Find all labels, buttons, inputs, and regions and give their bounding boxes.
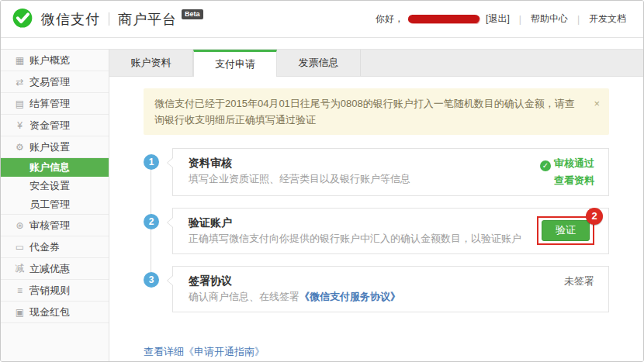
sidebar-item-marketing-rules[interactable]: ≡ 营销规则 — [1, 280, 109, 302]
tab-content: 微信支付已经于2015年04月01日往尾号为0808的银行账户打入一笔随机数目的… — [109, 77, 643, 361]
sidebar-item-account-overview[interactable]: ▦ 账户概览 — [1, 50, 109, 71]
sidebar-item-label: 营销规则 — [29, 284, 70, 298]
sidebar-item-label: 资金管理 — [29, 119, 70, 133]
settlement-icon: ▤ — [14, 98, 26, 109]
sidebar-item-label: 审核管理 — [29, 219, 70, 233]
step-sign-agreement: 3 签署协议 确认商户信息、在线签署《微信支付服务协议》 未签署 — [144, 266, 609, 312]
step-3-circle: 3 — [144, 272, 159, 288]
wechat-pay-logo — [10, 8, 35, 31]
dev-docs-link[interactable]: 开发文档 — [589, 12, 626, 26]
application-guide-link[interactable]: 查看详细《申请开通指南》 — [144, 345, 265, 359]
sidebar-item-settlement[interactable]: ▤ 结算管理 — [1, 93, 109, 115]
sidebar-settings-subgroup: 账户信息 安全设置 员工管理 — [1, 158, 109, 215]
sidebar-item-account-info[interactable]: 账户信息 — [1, 158, 109, 177]
step-2-description: 正确填写微信支付向你提供的银行账户中汇入的确认金额数目，以验证账户 — [189, 231, 528, 247]
status-approved: ✓审核通过 — [540, 155, 594, 171]
header-divider: | — [519, 14, 521, 25]
help-center-link[interactable]: 帮助中心 — [531, 12, 568, 26]
sidebar-nav: ▦ 账户概览 ⇄ 交易管理 ▤ 结算管理 ¥ 资金管理 ⚙ 账户设置 账户信息 — [1, 50, 109, 361]
service-agreement-link[interactable]: 《微信支付服务协议》 — [299, 291, 400, 302]
step-3-title: 签署协议 — [189, 273, 555, 289]
step-1-title: 资料审核 — [189, 155, 531, 171]
step-1-card: 资料审核 填写企业资质证照、经营类目以及银行账户等信息 ✓审核通过 查看资料 — [172, 148, 609, 196]
step-1-description: 填写企业资质证照、经营类目以及银行账户等信息 — [189, 171, 531, 187]
audit-star-icon: ⊛ — [14, 220, 26, 231]
step-material-review: 1 资料审核 填写企业资质证照、经营类目以及银行账户等信息 ✓审核通过 查看资料 — [144, 148, 609, 196]
notice-text: 微信支付已经于2015年04月01日往尾号为0808的银行账户打入一笔随机数目的… — [154, 98, 575, 126]
sidebar-item-label: 立减优惠 — [29, 262, 70, 276]
sidebar-item-red-packet[interactable]: ▣ 现金红包 — [1, 302, 109, 323]
view-materials-link[interactable]: 查看资料 — [554, 172, 594, 188]
sidebar-item-funds[interactable]: ¥ 资金管理 — [1, 115, 109, 136]
annotation-badge-2: 2 — [586, 208, 603, 225]
step-2-title: 验证账户 — [189, 215, 528, 231]
red-packet-icon: ▣ — [14, 307, 26, 318]
sidebar-item-label: 结算管理 — [29, 97, 70, 111]
sidebar-item-label: 员工管理 — [29, 198, 70, 212]
sidebar-item-label: 安全设置 — [29, 179, 70, 193]
sidebar-item-label: 账户概览 — [29, 53, 70, 67]
application-steps: 1 资料审核 填写企业资质证照、经营类目以及银行账户等信息 ✓审核通过 查看资料 — [144, 148, 609, 312]
step-1-info: 资料审核 填写企业资质证照、经营类目以及银行账户等信息 — [189, 155, 531, 187]
status-unsigned: 未签署 — [564, 275, 594, 287]
step-3-info: 签署协议 确认商户信息、在线签署《微信支付服务协议》 — [189, 273, 555, 305]
annotation-highlight-box: 验证 2 — [537, 216, 594, 245]
sidebar-item-label: 账户设置 — [29, 140, 70, 154]
top-header: 微信支付 商户平台 Beta 你好， [退出] | 帮助中心 | 开发文档 — [1, 1, 643, 38]
check-circle-icon: ✓ — [540, 160, 551, 171]
app-body: ▦ 账户概览 ⇄ 交易管理 ▤ 结算管理 ¥ 资金管理 ⚙ 账户设置 账户信息 — [1, 49, 643, 361]
sidebar-item-audit[interactable]: ⊛ 审核管理 — [1, 215, 109, 236]
beta-badge: Beta — [182, 9, 203, 19]
sidebar-item-discount[interactable]: 减 立减优惠 — [1, 258, 109, 280]
tab-account-profile[interactable]: 账户资料 — [109, 50, 193, 76]
greeting-text: 你好， — [376, 12, 403, 26]
step-1-circle: 1 — [144, 154, 159, 170]
sidebar-item-account-settings[interactable]: ⚙ 账户设置 — [1, 136, 109, 158]
funds-icon: ¥ — [14, 120, 26, 131]
status-approved-label: 审核通过 — [554, 157, 594, 169]
transactions-icon: ⇄ — [14, 77, 26, 88]
deposit-notice-banner: 微信支付已经于2015年04月01日往尾号为0808的银行账户打入一笔随机数目的… — [144, 88, 609, 135]
marketing-doc-icon: ≡ — [14, 285, 26, 296]
sidebar-item-label: 现金红包 — [29, 305, 70, 319]
grid-icon: ▦ — [14, 55, 26, 66]
tab-bar: 账户资料 支付申请 发票信息 — [109, 50, 643, 77]
sidebar-item-label: 交易管理 — [29, 75, 70, 89]
sidebar-item-staff-management[interactable]: 员工管理 — [1, 195, 109, 214]
verify-button[interactable]: 验证 — [542, 220, 590, 241]
brand-title: 微信支付 — [41, 10, 100, 29]
app-window: 微信支付 商户平台 Beta 你好， [退出] | 帮助中心 | 开发文档 ▦ … — [0, 0, 644, 362]
sidebar-item-security-settings[interactable]: 安全设置 — [1, 177, 109, 195]
step-3-description: 确认商户信息、在线签署《微信支付服务协议》 — [189, 289, 555, 305]
header-divider: | — [577, 14, 580, 25]
step-2-info: 验证账户 正确填写微信支付向你提供的银行账户中汇入的确认金额数目，以验证账户 — [189, 215, 528, 247]
header-user-area: 你好， [退出] | 帮助中心 | 开发文档 — [372, 12, 626, 26]
step-2-circle: 2 — [144, 214, 159, 229]
brand-divider — [109, 12, 109, 26]
logout-link[interactable]: [退出] — [486, 12, 510, 26]
coupon-icon: ▭ — [14, 242, 26, 253]
step-3-card: 签署协议 确认商户信息、在线签署《微信支付服务协议》 未签署 — [172, 266, 609, 312]
step-verify-account: 2 验证账户 正确填写微信支付向你提供的银行账户中汇入的确认金额数目，以验证账户… — [144, 208, 609, 254]
step-3-description-prefix: 确认商户信息、在线签署 — [189, 291, 299, 302]
step-2-action-area: 验证 2 — [528, 215, 594, 245]
step-3-status-area: 未签署 — [555, 273, 594, 289]
portal-title: 商户平台 — [118, 10, 177, 29]
sidebar-item-label: 代金券 — [29, 240, 60, 254]
step-2-card: 验证账户 正确填写微信支付向你提供的银行账户中汇入的确认金额数目，以验证账户 验… — [172, 208, 609, 254]
sidebar-item-voucher[interactable]: ▭ 代金券 — [1, 236, 109, 258]
sidebar-item-transactions[interactable]: ⇄ 交易管理 — [1, 71, 109, 93]
tab-payment-application[interactable]: 支付申请 — [193, 50, 277, 77]
gear-icon: ⚙ — [14, 142, 26, 153]
tab-invoice-info[interactable]: 发票信息 — [277, 50, 361, 76]
close-icon[interactable]: × — [594, 95, 600, 112]
step-1-status-area: ✓审核通过 查看资料 — [531, 155, 594, 188]
sidebar-item-label: 账户信息 — [29, 160, 70, 174]
main-panel: 账户资料 支付申请 发票信息 微信支付已经于2015年04月01日往尾号为080… — [109, 50, 643, 361]
discount-icon: 减 — [14, 262, 26, 275]
redacted-username — [408, 15, 480, 23]
